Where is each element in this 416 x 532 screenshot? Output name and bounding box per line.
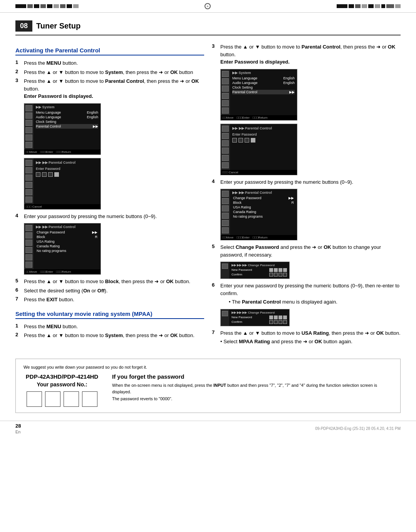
change-pw-screen-1: ▶▶ ▶▶ ▶▶ Change Password New Password <box>220 262 401 279</box>
new-pw-dots-2 <box>269 316 287 319</box>
system-screen-mockup: ▶▶ System Menu LanguageEnglish Audio Lan… <box>24 103 204 210</box>
cp-dot <box>278 268 282 272</box>
right-pc-icons <box>221 189 230 235</box>
deco-seg <box>375 4 380 8</box>
password-dots <box>36 172 98 177</box>
icon-box <box>25 160 32 166</box>
step-3-text: Press the ▲ or ▼ button to move to Paren… <box>24 77 204 100</box>
step-4-text: Enter your password by pressing the nume… <box>24 213 204 220</box>
off-keyword: Off <box>97 288 105 294</box>
right-dot-4 <box>251 138 255 143</box>
password-icons <box>24 158 34 204</box>
pc-list-screen-left: ▶▶ ▶▶ Parental Control Change Password▶▶… <box>24 223 204 275</box>
right-password-footer: □□□ Cancel <box>221 170 297 175</box>
note-right-text: When the on-screen menu is not displayed… <box>112 382 393 403</box>
note-top-text: We suggest you write down your password … <box>23 365 393 369</box>
cp-title: ▶▶ ▶▶ ▶▶ Change Password <box>231 263 287 267</box>
icon-box <box>222 155 229 161</box>
dot-1 <box>36 172 40 177</box>
right-pc-inner: ▶▶ ▶▶ Parental Control Change Password▶▶… <box>221 189 297 235</box>
icon-box <box>222 100 229 106</box>
screen-footer: □□Move□□□Enter□□□Return <box>24 149 101 154</box>
step-3: 3 Press the ▲ or ▼ button to move to Par… <box>15 77 204 100</box>
right-system-title: ▶▶ System <box>232 71 295 75</box>
footer-lang: En <box>15 430 20 434</box>
screen-main-area: ▶▶ System Menu LanguageEnglish Audio Lan… <box>34 104 101 149</box>
dot-3 <box>48 172 53 177</box>
main-content: Activating the Parental Control 1 Press … <box>0 39 416 351</box>
ok-keyword3: OK <box>166 279 174 284</box>
screen-sidebar: ▶▶ System Menu LanguageEnglish Audio Lan… <box>24 104 101 149</box>
cp-inner-1: ▶▶ ▶▶ ▶▶ Change Password New Password <box>221 262 289 279</box>
right-password-screen: ▶▶ ▶▶ Parental Control Enter Password □□… <box>220 124 297 175</box>
page-footer: 28 En 09-PDP42A3HD-Eng (25-31) 28 05.4.2… <box>0 421 416 436</box>
dot-2 <box>42 172 47 177</box>
pw-box-4 <box>82 391 97 407</box>
menu-row: Menu LanguageEnglish <box>36 110 98 115</box>
deco-seg <box>73 4 79 8</box>
icon-box <box>222 133 229 139</box>
icon-box <box>222 140 229 146</box>
cp-dot <box>269 273 273 277</box>
center-circle-icon: + <box>205 3 211 9</box>
icon-box <box>222 86 229 92</box>
step-5-text: Press the ▲ or ▼ button to move to Block… <box>24 278 204 285</box>
block-keyword: Block <box>105 279 119 284</box>
right-system-menu-screen: ▶▶ System Menu LanguageEnglish Audio Lan… <box>220 69 297 121</box>
right-step-3: 3 Press the ▲ or ▼ button to move to Par… <box>212 43 401 66</box>
cp-dot <box>278 273 282 277</box>
right-canada-rating-row: Canada Rating <box>232 210 295 214</box>
right-step-num-5: 5 <box>212 243 219 249</box>
icon-box <box>25 120 32 126</box>
mpaa-kw: MPAA Rating <box>239 339 270 344</box>
icon-box <box>222 107 229 114</box>
right-menu-row: Menu LanguageEnglish <box>232 76 295 81</box>
right-password-dots <box>232 138 295 143</box>
cp-dot <box>278 316 282 319</box>
password-main-area: ▶▶ ▶▶ Parental Control Enter Password <box>34 158 101 204</box>
icon-box <box>25 189 32 195</box>
section1-heading: Activating the Parental Control <box>15 47 204 55</box>
cp-dot <box>274 273 278 277</box>
mpaa-step-num-1: 1 <box>15 323 22 329</box>
pc-screen-title: ▶▶ ▶▶ Parental Control <box>36 225 98 229</box>
right-screen-sidebar: ▶▶ System Menu LanguageEnglish Audio Lan… <box>221 69 297 115</box>
section2-heading: Setting the voluntary movie rating syste… <box>15 310 204 319</box>
right-step-7-text: Press the ▲ or ▼ button to move to USA R… <box>220 329 401 346</box>
right-dot-3 <box>245 138 249 143</box>
deco-seg <box>355 4 361 8</box>
right-system-screen: ▶▶ System Menu LanguageEnglish Audio Lan… <box>220 69 401 175</box>
cp-dot <box>283 268 287 272</box>
footer-file-info: 09-PDP42A3HD-Eng (25-31) 28 05.4.20, 4:3… <box>315 426 401 431</box>
change-password-screen-1: ▶▶ ▶▶ ▶▶ Change Password New Password <box>220 262 290 279</box>
cp-title-2: ▶▶ ▶▶ ▶▶ Change Password <box>231 311 287 314</box>
confirm-row: Confirm <box>231 272 287 277</box>
right-step-7: 7 Press the ▲ or ▼ button to move to USA… <box>212 329 401 346</box>
deco-seg <box>368 4 374 8</box>
parental-ctrl-bullet-kw: Parental Control <box>242 299 281 305</box>
right-usa-rating-row: USA Rating <box>232 205 295 210</box>
usa-rating-kw: USA Rating <box>302 330 329 336</box>
right-password-sidebar: ▶▶ ▶▶ Parental Control Enter Password <box>221 124 297 170</box>
confirm-dots <box>269 273 287 277</box>
step-4: 4 Enter your password by pressing the nu… <box>15 213 204 220</box>
page-number: 28 <box>15 423 21 429</box>
right-change-pw-row: Change Password▶▶ <box>232 196 295 200</box>
step-num-2: 2 <box>15 69 22 74</box>
deco-seg <box>27 4 33 8</box>
dot-4 <box>54 172 59 177</box>
system-keyword: System <box>105 69 123 75</box>
note-password-label: Your password No.: <box>37 381 87 388</box>
note-inner: PDP-42A3HD/PDP-4214HD Your password No.:… <box>23 373 393 407</box>
icon-box <box>222 78 229 84</box>
icon-box <box>25 232 32 238</box>
usa-rating-row: USA Rating <box>36 239 98 244</box>
icon-box <box>222 205 229 211</box>
deco-bar-right <box>337 4 401 8</box>
note-password-boxes <box>27 391 97 407</box>
cp-main-area-2: ▶▶ ▶▶ ▶▶ Change Password New Password <box>229 309 289 326</box>
step-5: 5 Press the ▲ or ▼ button to move to Blo… <box>15 278 204 285</box>
deco-seg <box>67 4 72 8</box>
step-num-5: 5 <box>15 278 22 284</box>
right-step-num-6: 6 <box>212 282 219 288</box>
